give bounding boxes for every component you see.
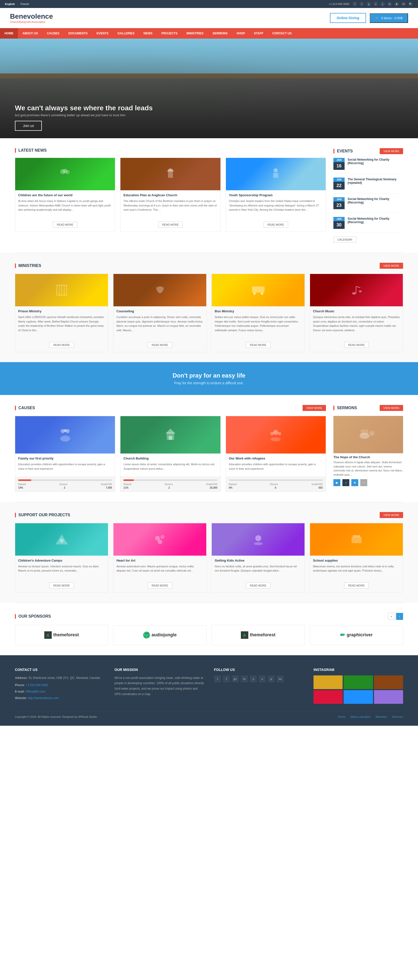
news-card-3-title: Youth Sponsorship Program <box>229 193 323 197</box>
insta-img-2[interactable] <box>344 675 373 689</box>
footer-link-sermons[interactable]: Sermons <box>392 715 403 718</box>
phone-number: +1 514 000 0000 <box>329 3 349 5</box>
footer-phone-link[interactable]: +1 514 000 0000 <box>25 683 48 687</box>
news-card-3-text: Christian and Jewish leaders from the Un… <box>229 199 323 212</box>
join-button[interactable]: Join us <box>15 121 42 131</box>
nav-events[interactable]: EVENTS <box>92 28 113 38</box>
goal-label-3: Goal/USD <box>312 483 323 486</box>
ministry-card-4-readmore[interactable]: READ MORE <box>344 342 369 348</box>
ministry-card-2-readmore[interactable]: READ MORE <box>147 342 172 348</box>
footer-google-icon[interactable]: g+ <box>232 675 239 682</box>
nav-staff[interactable]: STAFF <box>250 28 268 38</box>
insta-img-5[interactable] <box>344 690 373 704</box>
instagram-grid <box>314 675 403 704</box>
raised-val-3: 0% <box>229 487 233 489</box>
footer-email-label: E-mail <box>15 690 24 694</box>
ministries-view-more[interactable]: VIEW MORE <box>380 263 403 269</box>
progress-values-3: 0% 0 555 <box>229 487 323 489</box>
progress-bar-inner-2 <box>124 479 134 481</box>
sermon-play-icon[interactable]: ▶ <box>333 479 340 486</box>
event-day-2: 22 <box>333 182 345 189</box>
footer-website-link[interactable]: http://benevolence.com <box>28 696 59 700</box>
footer-vimeo-icon[interactable]: v <box>259 675 266 682</box>
event-date-3: JAN 23 <box>333 197 345 209</box>
news-card-3-readmore[interactable]: READ MORE <box>263 222 288 228</box>
nav-causes[interactable]: CAUSES <box>43 28 64 38</box>
search-icon-top[interactable]: 🔍 <box>408 2 413 6</box>
causes-header: CAUSES VIEW MORE <box>15 405 326 411</box>
cart-button[interactable]: 🛒 0 items - 0.00$ <box>370 13 408 23</box>
sponsor-themeforest-1: 🌲 themeforest <box>15 625 108 645</box>
nav-news[interactable]: NEWS <box>139 28 157 38</box>
nav-documents[interactable]: DOCUMENTS <box>64 28 92 38</box>
themeforest-logo-1: 🌲 themeforest <box>44 632 79 639</box>
nav-projects[interactable]: PROJECTS <box>157 28 182 38</box>
projects-view-more[interactable]: VIEW MORE <box>380 512 403 518</box>
project-card-4-footer: READ MORE <box>310 579 403 592</box>
project-card-1-readmore[interactable]: READ MORE <box>49 582 74 589</box>
email-icon-top[interactable]: ✉ <box>401 2 406 6</box>
calendar-button[interactable]: CALENDAR <box>333 237 356 243</box>
sermon-audio-icon[interactable]: ♪ <box>342 479 349 486</box>
insta-img-1[interactable] <box>314 675 343 689</box>
facebook-icon-top[interactable]: f <box>352 2 357 6</box>
event-day-1: 16 <box>333 162 345 170</box>
cause-card-2-title: Church Building <box>124 457 217 460</box>
footer-more-icon[interactable]: ••• <box>277 675 283 682</box>
sermons-view-more[interactable]: VIEW MORE <box>380 405 403 411</box>
vimeo-icon-top[interactable]: v <box>373 2 378 6</box>
hero-content: We can't always see where the road leads… <box>15 104 403 131</box>
project-card-4-readmore[interactable]: READ MORE <box>344 582 369 589</box>
news-card-1-readmore[interactable]: READ MORE <box>53 222 78 228</box>
youtube-icon-top[interactable]: y <box>380 2 385 6</box>
footer-youtube-icon[interactable]: y <box>250 675 257 682</box>
event-info-3: Social Networking for Charity (Recurring… <box>348 197 403 209</box>
events-view-more[interactable]: VIEW MORE <box>380 148 403 154</box>
footer-twitter-icon[interactable]: t <box>214 675 221 682</box>
nav-home[interactable]: HOME <box>0 28 18 38</box>
ministry-card-3-readmore[interactable]: READ MORE <box>246 342 271 348</box>
lang-french[interactable]: French <box>21 3 29 5</box>
sponsor-prev-button[interactable]: ‹ <box>388 613 395 620</box>
insta-img-4[interactable] <box>314 690 343 704</box>
nav-about[interactable]: ABOUT US <box>18 28 43 38</box>
svg-rect-40 <box>353 535 360 537</box>
sponsor-next-button[interactable]: › <box>396 613 403 620</box>
event-title-1: Social Networking for Charity (Recurring… <box>348 158 403 165</box>
project-card-2: Heart for Art Aenean actincidunt sem. Ma… <box>113 523 206 593</box>
footer-link-donate[interactable]: Make a donation <box>350 715 370 718</box>
footer-link-home[interactable]: Home <box>338 715 345 718</box>
nav-sermons[interactable]: SERMONS <box>208 28 232 38</box>
footer-link-ministries[interactable]: Ministries <box>376 715 387 718</box>
svg-rect-6 <box>273 173 278 178</box>
news-card-2-text: The officers invite Church of the Brethr… <box>124 199 217 212</box>
online-giving-button[interactable]: Online Giving <box>330 13 366 23</box>
sermon-add-icon[interactable]: ⊕ <box>352 479 358 486</box>
nav-ministries[interactable]: MINISTRIES <box>182 28 208 38</box>
linkedin-icon-top[interactable]: in <box>387 2 392 6</box>
news-card-3: Youth Sponsorship Program Christian and … <box>226 158 326 232</box>
twitter-icon-top[interactable]: t <box>359 2 364 6</box>
project-card-3-readmore[interactable]: READ MORE <box>246 582 271 589</box>
insta-img-6[interactable] <box>374 690 403 704</box>
ministry-card-1: Prison Ministry Spirit ofthe LORDGOD upo… <box>15 274 108 352</box>
nav-contact[interactable]: CONTACT US <box>268 28 296 38</box>
causes-view-more[interactable]: VIEW MORE <box>302 405 326 411</box>
project-card-2-readmore[interactable]: READ MORE <box>147 582 172 589</box>
footer-facebook-icon[interactable]: f <box>223 675 230 682</box>
footer-pinterest-icon[interactable]: p <box>268 675 275 682</box>
rss-icon-top[interactable]: ⚡ <box>394 2 399 6</box>
footer-linkedin-icon[interactable]: in <box>241 675 248 682</box>
footer-email-link[interactable]: Office@bf.com <box>25 690 45 694</box>
lang-english[interactable]: English <box>5 3 15 5</box>
google-icon-top[interactable]: g <box>366 2 371 6</box>
insta-img-3[interactable] <box>374 675 403 689</box>
ministry-card-1-readmore[interactable]: READ MORE <box>49 342 74 348</box>
sermon-more-icon[interactable]: — <box>360 479 367 486</box>
nav-galleries[interactable]: GALLERIES <box>113 28 139 38</box>
footer-contact-address: Address: 51 Sherbrook street, H2B 2Y1, Q… <box>15 675 104 681</box>
nav-shop[interactable]: SHOP <box>232 28 250 38</box>
language-switcher[interactable]: English | French <box>5 3 29 5</box>
news-card-1-body: Children are the future of our world At … <box>15 190 115 218</box>
news-card-2-readmore[interactable]: READ MORE <box>158 222 183 228</box>
